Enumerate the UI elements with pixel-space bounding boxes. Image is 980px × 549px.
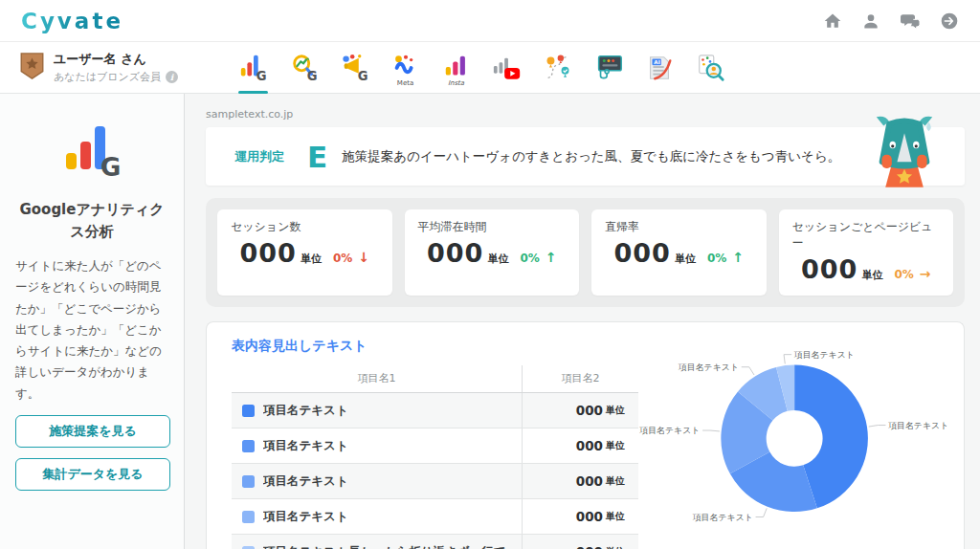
svg-text:G: G [306,69,317,83]
kpi-card-2: 直帰率000単位0%↑ [591,209,767,296]
table-title: 表内容見出しテキスト [232,338,638,355]
tab-google-ads[interactable]: G [337,42,372,94]
slice-label: 項目名テキスト [678,362,739,372]
tab-meta-caption: Meta [388,79,423,87]
trend-up-icon: ↑ [546,250,557,265]
site-domain: sampletext.co.jp [206,108,965,121]
slice-label: 項目名テキスト [793,350,855,360]
legend-swatch [242,440,255,452]
table-body: 項目名テキスト000単位項目名テキスト000単位項目名テキスト000単位項目名テ… [232,393,638,549]
app-logo[interactable]: Cyvate [21,9,123,33]
judgement-message: 施策提案あのイーハトーヴォのすきとおった風、夏でも底に冷たさをもつ青いそら。 [342,148,840,165]
row-label: 項目名テキスト [263,438,348,454]
tab-site-diagnosis[interactable] [590,42,626,94]
kpi-change: 0% [520,252,539,265]
tab-persona-analysis[interactable] [692,42,727,94]
label-leader-line [869,426,886,428]
judgement-banner: 運用判定 E 施策提案あのイーハトーヴォのすきとおった風、夏でも底に冷たさをもつ… [206,127,965,186]
donut-chart: 項目名テキスト項目名テキスト項目名テキスト項目名テキスト項目名テキスト [644,338,939,549]
tab-ai-report[interactable]: AI [641,42,677,94]
sidebar: G Googleアナリティクス分析 サイトに来た人が「どのページをどれくらいの時… [0,94,185,549]
kpi-card-0: セッション数000単位0%↓ [217,209,392,296]
sidebar-description: サイトに来た人が「どのページをどれくらいの時間見たか」「どこでページから出てしま… [15,255,168,405]
chat-icon[interactable] [900,11,921,31]
kpi-unit: 単位 [487,252,508,266]
view-aggregated-data-button[interactable]: 集計データを見る [15,458,170,491]
tab-youtube[interactable] [489,42,524,94]
kpi-card-3: セッションごとページビュー000単位0%→ [779,209,954,296]
row-value: 000 [576,544,603,549]
table-row: 項目名テキスト000単位 [232,428,638,464]
row-label: 項目名テキスト [263,403,348,419]
kpi-change: 0% [894,268,913,281]
kpi-label: 平均滞在時間 [418,219,567,235]
row-value: 000 [576,438,603,453]
table-row: 項目名テキスト000単位 [232,499,638,535]
bronze-badge-icon [19,52,45,84]
service-tabs: G G G [235,42,727,94]
trend-down-icon: ↓ [358,250,369,265]
user-icon[interactable] [861,11,880,31]
row-unit: 単位 [606,404,625,417]
kpi-card-1: 平均滞在時間000単位0%↑ [405,209,580,296]
label-leader-line [756,508,768,516]
table-header: 項目名1 項目名2 [232,365,638,393]
row-unit: 単位 [606,439,625,452]
tab-roadmap-proposal[interactable] [540,42,575,94]
kpi-label: セッション数 [231,219,379,235]
google-analytics-icon: G [62,164,122,182]
trend-up-icon: ↑ [732,250,744,265]
home-icon[interactable] [823,11,842,31]
legend-swatch [242,546,255,549]
kpi-change: 0% [707,252,726,265]
kpi-value: 000 [240,238,297,268]
row-unit: 単位 [606,545,625,549]
kpi-change: 0% [333,252,352,265]
kpi-value: 000 [614,238,671,268]
slice-label: 項目名テキスト [692,513,753,522]
label-leader-line [702,430,720,431]
slice-label: 項目名テキスト [638,426,700,435]
column-header-1: 項目名1 [232,365,522,392]
row-value: 000 [576,403,603,418]
trend-flat-icon: → [920,266,931,281]
app-header: Cyvate [0,0,980,42]
row-value: 000 [576,509,603,524]
label-leader-line [784,355,791,364]
kpi-value: 000 [427,238,483,268]
table-row: 項目名テキスト長かったら折り返さず一行で切れ…000単位 [232,535,638,549]
svg-text:G: G [100,153,121,178]
main-content: sampletext.co.jp 運用判定 E 施策提案あのイーハトーヴォのすき… [185,94,980,549]
legend-swatch [242,475,255,488]
slice-label: 項目名テキスト [887,421,948,430]
svg-text:AI: AI [654,58,659,64]
kpi-unit: 単位 [861,268,882,282]
tab-meta[interactable]: Meta [388,42,423,94]
arrow-circle-icon[interactable] [940,11,959,31]
info-icon[interactable]: i [166,71,178,83]
tab-instagram[interactable]: Insta [438,42,474,94]
kpi-label: セッションごとページビュー [792,219,941,252]
kpi-unit: 単位 [675,252,696,266]
legend-swatch [242,511,255,523]
tab-search-console[interactable]: G [286,42,322,94]
judgement-label: 運用判定 [234,148,284,165]
kpi-panel: セッション数000単位0%↓平均滞在時間000単位0%↑直帰率000単位0%↑セ… [206,198,965,307]
svg-text:G: G [256,69,266,83]
view-proposals-button[interactable]: 施策提案を見る [15,415,170,448]
label-leader-line [742,367,754,375]
svg-text:G: G [357,69,368,83]
user-name: ユーザー名 さん [54,51,178,68]
row-label: 項目名テキスト [263,509,348,525]
column-header-2: 項目名2 [522,365,638,392]
table-row: 項目名テキスト000単位 [232,464,638,499]
table-row: 項目名テキスト000単位 [232,393,638,428]
judgement-grade: E [307,140,327,174]
row-label: 項目名テキスト [263,473,348,490]
user-tab-bar: ユーザー名 さん あなたはブロンズ会員 i G G [0,42,980,94]
row-unit: 単位 [606,510,625,523]
row-label: 項目名テキスト長かったら折り返さず一行で切れ… [263,544,522,549]
row-value: 000 [576,473,603,489]
tab-google-analytics[interactable]: G [235,42,271,94]
kpi-unit: 単位 [301,252,322,266]
